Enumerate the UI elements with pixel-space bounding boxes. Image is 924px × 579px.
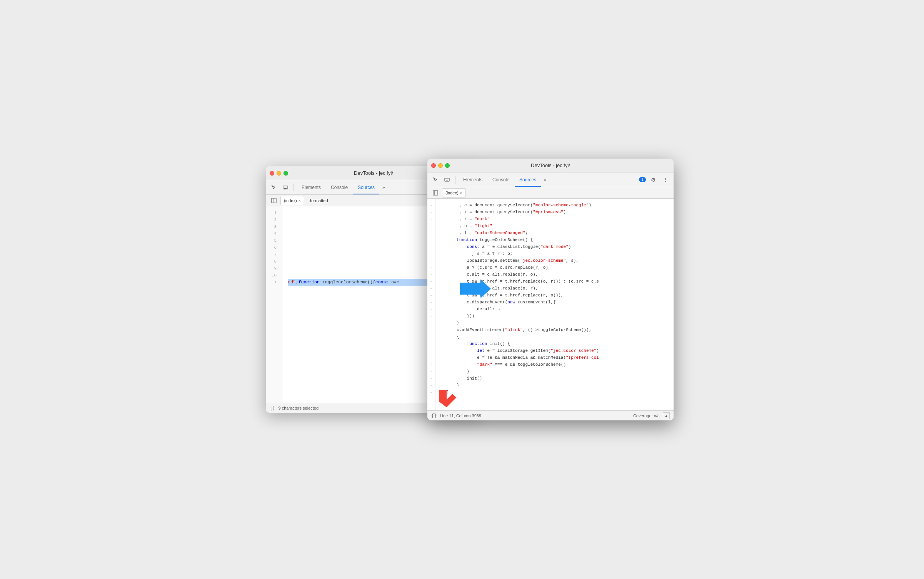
tab-console-1[interactable]: Console bbox=[326, 180, 352, 194]
notification-badge: 1 bbox=[639, 177, 646, 182]
code-line-2-21: function init() { bbox=[439, 340, 670, 347]
code-line-2-18: } bbox=[439, 320, 670, 326]
code-line-2-12: t && (t.href = t.href.replace(o, r))) : … bbox=[439, 278, 670, 285]
code-line-2-24: "dark" === e && toggleColorScheme() bbox=[439, 361, 670, 368]
device-icon[interactable] bbox=[280, 182, 290, 192]
code-line-2-10: a ? (c.src = c.src.replace(r, o), bbox=[439, 264, 670, 271]
maximize-button-1[interactable] bbox=[284, 171, 288, 176]
device-icon-2[interactable] bbox=[442, 175, 452, 185]
file-tab-close-1[interactable]: × bbox=[299, 198, 301, 203]
svg-rect-1 bbox=[284, 188, 287, 189]
traffic-lights-1 bbox=[270, 171, 288, 176]
format-icon-2[interactable]: {} bbox=[431, 413, 437, 418]
minimize-button-2[interactable] bbox=[438, 163, 443, 168]
file-tab-index-label-2: (index) bbox=[445, 191, 459, 195]
code-line-2-27: } bbox=[439, 382, 670, 389]
code-line-2-17: })) bbox=[439, 313, 670, 320]
minimize-button-1[interactable] bbox=[277, 171, 281, 176]
inspect-icon-2[interactable] bbox=[430, 175, 440, 185]
panel-toggle-2[interactable] bbox=[430, 188, 440, 198]
tab-elements-1[interactable]: Elements bbox=[297, 180, 325, 194]
tab-elements-2[interactable]: Elements bbox=[459, 172, 487, 187]
code-line-2-2: , t = document.querySelector("#prism-css… bbox=[439, 209, 670, 216]
code-line-2-3: , r = "dark" bbox=[439, 216, 670, 223]
gear-icon[interactable]: ⚙ bbox=[648, 175, 658, 185]
code-line-2-25: } bbox=[439, 368, 670, 375]
code-line-2-4: , o = "light" bbox=[439, 223, 670, 229]
svg-rect-2 bbox=[272, 198, 276, 203]
tab-console-2[interactable]: Console bbox=[488, 172, 514, 187]
code-line-2-13: c.alt = c.alt.replace(o, r), bbox=[439, 285, 670, 292]
statusbar-2: {} Line 11, Column 3939 Coverage: n/a ▲ bbox=[427, 410, 674, 420]
close-button-1[interactable] bbox=[270, 171, 274, 176]
code-area-2: – – – – – – – – – – – – – – – – – – – – bbox=[427, 199, 674, 410]
svg-rect-6 bbox=[446, 181, 448, 181]
file-tab-formatted-1[interactable]: :formatted bbox=[306, 196, 331, 205]
code-line-2-22: let e = localStorage.getItem("jec.color-… bbox=[439, 347, 670, 354]
panel-toggle-1[interactable] bbox=[269, 196, 279, 206]
code-line-2-11: c.alt = c.alt.replace(r, o), bbox=[439, 271, 670, 278]
status-text-1: 9 characters selected bbox=[278, 406, 319, 410]
code-line-2-6: function toggleColorScheme() { bbox=[439, 236, 670, 243]
code-line-2-8: , s = a ? r : o; bbox=[439, 250, 670, 257]
more-options-icon[interactable]: ⋮ bbox=[660, 175, 670, 185]
code-content-2: , c = document.querySelector("#color-sch… bbox=[436, 199, 674, 410]
scene: DevTools - jec.fyi/ Elements Console Sou… bbox=[250, 151, 674, 428]
code-line-2-23: e = !e && matchMedia && matchMedia("(pre… bbox=[439, 354, 670, 361]
subtoolbar-2: (index) × bbox=[427, 187, 674, 199]
code-line-2-28: } bbox=[439, 389, 670, 396]
code-line-2-26: init() bbox=[439, 375, 670, 382]
coverage-text-2: Coverage: n/a bbox=[633, 413, 660, 418]
code-line-2-7: const a = e.classList.toggle("dark-mode"… bbox=[439, 243, 670, 250]
scroll-to-top-2[interactable]: ▲ bbox=[663, 412, 670, 419]
code-line-2-9: localStorage.setItem("jec.color-scheme",… bbox=[439, 257, 670, 264]
status-text-2: Line 11, Column 3939 bbox=[440, 413, 481, 418]
traffic-lights-2 bbox=[431, 163, 450, 168]
code-line-2-15: c.dispatchEvent(new CustomEvent(l,{ bbox=[439, 299, 670, 306]
file-tab-close-2[interactable]: × bbox=[460, 191, 462, 195]
file-tab-index-label-1: (index) bbox=[284, 198, 297, 203]
code-line-2-1: , c = document.querySelector("#color-sch… bbox=[439, 202, 670, 209]
divider-1 bbox=[294, 184, 294, 191]
window-title-1: DevTools - jec.fyi/ bbox=[354, 170, 393, 176]
code-line-2-5: , l = "colorSchemeChanged"; bbox=[439, 229, 670, 236]
code-line-2-14: t && (t.href = t.href.replace(r, o))), bbox=[439, 292, 670, 299]
titlebar-2: DevTools - jec.fyi/ bbox=[427, 159, 674, 172]
toolbar-2: Elements Console Sources » 1 ⚙ ⋮ bbox=[427, 172, 674, 187]
file-tab-index-2[interactable]: (index) × bbox=[442, 188, 466, 197]
tab-more-2[interactable]: » bbox=[542, 177, 549, 182]
divider-2 bbox=[455, 176, 455, 184]
tab-sources-1[interactable]: Sources bbox=[353, 180, 379, 194]
code-line-2-19: c.addEventListener("click", ()=>toggleCo… bbox=[439, 326, 670, 333]
file-tab-formatted-label: :formatted bbox=[309, 198, 328, 203]
devtools-window-2: DevTools - jec.fyi/ Elements Console Sou… bbox=[427, 159, 674, 420]
inspect-icon[interactable] bbox=[269, 182, 279, 192]
code-line-2-20: { bbox=[439, 333, 670, 340]
code-line-2-16: detail: s bbox=[439, 306, 670, 313]
tab-more-1[interactable]: » bbox=[380, 185, 387, 190]
close-button-2[interactable] bbox=[431, 163, 436, 168]
tab-nav-2: Elements Console Sources » bbox=[459, 172, 549, 187]
window-title-2: DevTools - jec.fyi/ bbox=[531, 162, 570, 168]
svg-rect-7 bbox=[433, 191, 438, 195]
file-tab-index-1[interactable]: (index) × bbox=[280, 196, 304, 205]
format-icon-1[interactable]: {} bbox=[270, 405, 275, 411]
tab-nav-1: Elements Console Sources » bbox=[297, 180, 387, 194]
maximize-button-2[interactable] bbox=[445, 163, 450, 168]
gutter-2: – – – – – – – – – – – – – – – – – – – – bbox=[427, 199, 436, 410]
line-numbers-1: 1 2 3 4 5 6 7 8 9 10 11 bbox=[266, 206, 283, 403]
tab-sources-2[interactable]: Sources bbox=[515, 172, 541, 187]
